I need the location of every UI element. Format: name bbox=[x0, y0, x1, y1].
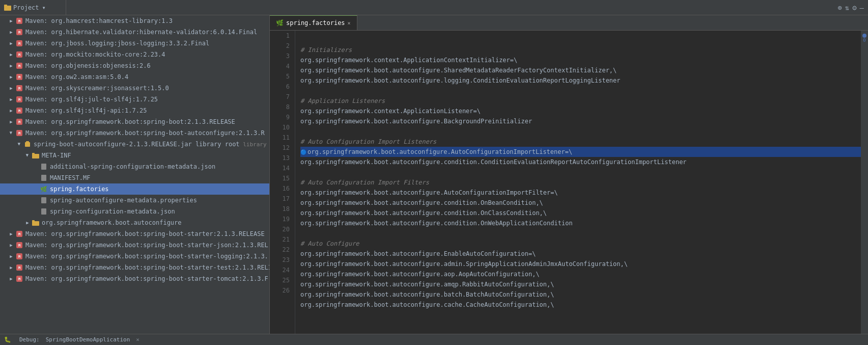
line-number: 15 bbox=[275, 173, 290, 183]
tree-arrow: ▶ bbox=[8, 276, 14, 282]
line-number: 10 bbox=[275, 122, 290, 132]
sidebar-item-label: Maven: org.slf4j:slf4j-api:1.7.25 bbox=[25, 107, 147, 114]
tree-arrow: ▶ bbox=[8, 130, 14, 136]
folder-icon bbox=[4, 4, 11, 11]
sidebar-item-maven-jboss[interactable]: ▶MMaven: org.jboss.logging:jboss-logging… bbox=[0, 38, 269, 49]
sidebar-item-manifest[interactable]: MANIFEST.MF bbox=[0, 172, 269, 183]
line-number: 21 bbox=[275, 234, 290, 245]
project-dropdown-arrow[interactable]: ▾ bbox=[42, 4, 46, 11]
sidebar-item-org-springframework[interactable]: ▶org.springframework.boot.autoconfigure bbox=[0, 217, 269, 228]
svg-rect-27 bbox=[32, 153, 35, 154]
item-icon bbox=[32, 151, 40, 160]
line-number: 26 bbox=[275, 285, 290, 296]
svg-rect-32 bbox=[32, 221, 39, 226]
sidebar-item-maven-spring-boot-auto[interactable]: ▶MMaven: org.springframework.boot:spring… bbox=[0, 127, 269, 139]
sidebar-item-label: Maven: org.springframework.boot:spring-b… bbox=[25, 118, 235, 125]
sidebar-item-meta-inf[interactable]: ▶META-INF bbox=[0, 150, 269, 161]
locate-icon[interactable]: ⊕ bbox=[837, 4, 842, 12]
toolbar-icons: ⊕ ⇅ ⚙ — bbox=[833, 4, 868, 12]
code-editor: 1234567891011121314151617181920212223242… bbox=[270, 31, 868, 334]
sidebar-item-maven-slf4j-api[interactable]: ▶MMaven: org.slf4j:slf4j-api:1.7.25 bbox=[0, 105, 269, 116]
sidebar-item-label: org.springframework.boot.autoconfigure bbox=[42, 219, 182, 226]
sidebar-item-spring-boot-auto-jar[interactable]: ▶spring-boot-autoconfigure-2.1.3.RELEASE… bbox=[0, 139, 269, 150]
code-line: org.springframework.boot.autoconfigure.S… bbox=[300, 65, 861, 75]
minimize-icon[interactable]: — bbox=[860, 4, 864, 12]
item-icon: M bbox=[15, 62, 23, 70]
code-content: # Initializersorg.springframework.contex… bbox=[295, 31, 861, 334]
svg-text:M: M bbox=[18, 53, 20, 57]
code-line: org.springframework.boot.autoconfigure.a… bbox=[300, 279, 861, 289]
sidebar-item-spring-factories[interactable]: 🌿spring.factories bbox=[0, 183, 269, 195]
svg-text:M: M bbox=[18, 31, 20, 35]
bottom-bar: 🐛 Debug: SpringBootDemoApplication × bbox=[0, 334, 868, 345]
svg-rect-25 bbox=[26, 141, 29, 143]
sidebar-item-maven-starter-logging[interactable]: ▶MMaven: org.springframework.boot:spring… bbox=[0, 251, 269, 262]
item-icon: M bbox=[15, 73, 23, 81]
sidebar-item-maven-mockito[interactable]: ▶MMaven: org.mockito:mockito-core:2.23.4 bbox=[0, 49, 269, 60]
item-icon: M bbox=[15, 275, 23, 283]
code-line: 🔵org.springframework.boot.autoconfigure.… bbox=[300, 147, 861, 157]
svg-text:M: M bbox=[18, 19, 20, 23]
item-icon bbox=[40, 207, 48, 216]
code-line: # Application Listeners bbox=[300, 96, 861, 106]
sidebar-item-maven-starter-json[interactable]: ▶MMaven: org.springframework.boot:spring… bbox=[0, 240, 269, 251]
code-line: org.springframework.boot.autoconfigure.c… bbox=[300, 157, 861, 167]
settings-icon[interactable]: ⚙ bbox=[852, 4, 856, 12]
app-name[interactable]: SpringBootDemoApplication bbox=[46, 336, 130, 343]
svg-rect-28 bbox=[41, 164, 46, 170]
tab-spring-factories[interactable]: 🌿 spring.factories × bbox=[270, 15, 357, 30]
tab-close-button[interactable]: × bbox=[348, 20, 351, 26]
svg-text:M: M bbox=[18, 131, 20, 136]
sidebar-item-spring-auto-props[interactable]: spring-autoconfigure-metadata.properties bbox=[0, 195, 269, 206]
code-line: org.springframework.context.ApplicationC… bbox=[300, 55, 861, 65]
tree-arrow: ▶ bbox=[8, 85, 14, 91]
sidebar-item-label: spring.factories bbox=[50, 185, 109, 193]
tree-arrow: ▶ bbox=[8, 51, 14, 58]
line-number: 13 bbox=[275, 153, 290, 163]
code-line: org.springframework.context.ApplicationL… bbox=[300, 106, 861, 116]
sidebar-item-maven-spring-boot[interactable]: ▶MMaven: org.springframework.boot:spring… bbox=[0, 116, 269, 127]
sidebar-item-label: META-INF bbox=[42, 152, 71, 159]
sidebar-item-label: Maven: org.ow2.asm:asm:5.0.4 bbox=[25, 73, 128, 81]
line-number: 9 bbox=[275, 112, 290, 122]
sidebar-item-label: Maven: org.mockito:mockito-core:2.23.4 bbox=[25, 51, 165, 58]
code-line: org.springframework.boot.autoconfigure.a… bbox=[300, 259, 861, 269]
item-icon: M bbox=[15, 95, 23, 103]
sidebar-item-maven-objenesis[interactable]: ▶MMaven: org.objenesis:objenesis:2.6 bbox=[0, 60, 269, 71]
item-icon: M bbox=[15, 28, 23, 36]
sidebar-item-additional-json[interactable]: additional-spring-configuration-metadata… bbox=[0, 161, 269, 172]
sidebar-item-maven-starter-test[interactable]: ▶MMaven: org.springframework.boot:spring… bbox=[0, 262, 269, 273]
sidebar-item-maven-starter-tomcat[interactable]: ▶MMaven: org.springframework.boot:spring… bbox=[0, 273, 269, 284]
sidebar-item-label: Maven: org.springframework.boot:spring-b… bbox=[25, 253, 268, 260]
sort-icon[interactable]: ⇅ bbox=[845, 4, 849, 12]
line-number: 16 bbox=[275, 183, 290, 194]
sidebar-item-maven-ow2[interactable]: ▶MMaven: org.ow2.asm:asm:5.0.4 bbox=[0, 71, 269, 83]
code-line: org.springframework.boot.autoconfigure.c… bbox=[300, 208, 861, 218]
svg-text:M: M bbox=[18, 109, 20, 113]
svg-text:M: M bbox=[18, 232, 20, 236]
code-line: org.springframework.boot.autoconfigure.c… bbox=[300, 198, 861, 208]
code-line bbox=[300, 126, 861, 137]
line-number: 3 bbox=[275, 51, 290, 61]
debug-close[interactable]: × bbox=[136, 336, 139, 343]
tree-arrow: ▶ bbox=[24, 152, 31, 158]
sidebar-item-maven-skyscreamer[interactable]: ▶MMaven: org.skyscreamer:jsonassert:1.5.… bbox=[0, 83, 269, 94]
project-panel-header: Project ▾ bbox=[0, 0, 66, 15]
sidebar-item-spring-config-json[interactable]: spring-configuration-metadata.json bbox=[0, 206, 269, 217]
svg-rect-26 bbox=[32, 154, 39, 158]
debug-icon: 🐛 bbox=[4, 336, 11, 343]
code-line: # Auto Configuration Import Listeners bbox=[300, 137, 861, 147]
item-icon bbox=[23, 140, 32, 148]
sidebar-item-maven-starter[interactable]: ▶MMaven: org.springframework.boot:spring… bbox=[0, 228, 269, 240]
tree-arrow: ▶ bbox=[8, 96, 14, 102]
sidebar-item-maven-hamcrest[interactable]: ▶MMaven: org.hamcrest:hamcrest-library:1… bbox=[0, 15, 269, 26]
line-number: 17 bbox=[275, 194, 290, 204]
code-line bbox=[300, 167, 861, 177]
tree-arrow: ▶ bbox=[8, 74, 14, 80]
item-icon bbox=[40, 174, 48, 182]
sidebar-item-maven-slf4j-jul[interactable]: ▶MMaven: org.slf4j:jul-to-slf4j:1.7.25 bbox=[0, 94, 269, 105]
line-number: 7 bbox=[275, 92, 290, 102]
tree-arrow: ▶ bbox=[8, 18, 14, 24]
code-line: org.springframework.boot.autoconfigure.B… bbox=[300, 116, 861, 126]
sidebar-item-maven-hibernate[interactable]: ▶MMaven: org.hibernate.validator:hiberna… bbox=[0, 26, 269, 38]
